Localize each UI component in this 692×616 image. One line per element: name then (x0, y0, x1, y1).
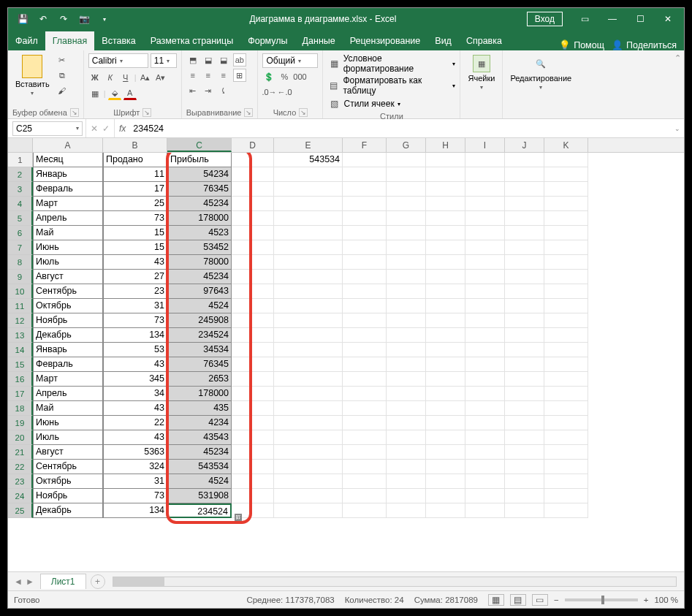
percent-format-icon[interactable]: % (278, 70, 291, 83)
col-header-A[interactable]: A (33, 138, 103, 152)
cells-button[interactable]: ▦ Ячейки ▾ (465, 53, 498, 92)
cell-F24[interactable] (343, 489, 387, 503)
cell-D8[interactable] (232, 255, 274, 270)
cell-F1[interactable] (343, 153, 387, 167)
editing-button[interactable]: 🔍 Редактирование ▾ (507, 53, 574, 92)
cell-C14[interactable]: 34534 (167, 343, 232, 357)
format-as-table-button[interactable]: ▤Форматировать как таблицу ▾ (327, 75, 455, 96)
font-size-combo[interactable]: 11▾ (151, 53, 177, 68)
cell-B19[interactable]: 22 (103, 416, 167, 430)
cell-D13[interactable] (232, 328, 274, 343)
cell-A17[interactable]: Апрель (33, 387, 103, 401)
tab-разметка страницы[interactable]: Разметка страницы (143, 31, 240, 50)
cell-F7[interactable] (343, 240, 387, 255)
cell-K13[interactable] (544, 328, 588, 343)
cell-C13[interactable]: 234524 (167, 328, 232, 343)
dialog-launcher-icon[interactable]: ↘ (70, 108, 79, 117)
cell-I3[interactable] (465, 182, 505, 197)
cell-F16[interactable] (343, 372, 387, 387)
cell-F19[interactable] (343, 416, 387, 430)
cell-H11[interactable] (426, 299, 465, 313)
cell-B25[interactable]: 134 (103, 503, 167, 518)
col-header-J[interactable]: J (505, 138, 544, 152)
cell-I21[interactable] (465, 445, 505, 460)
cell-H3[interactable] (426, 182, 465, 197)
cell-I10[interactable] (465, 284, 505, 299)
format-painter-icon[interactable]: 🖌 (56, 84, 69, 97)
cell-E20[interactable] (274, 430, 343, 445)
cell-K2[interactable] (544, 167, 588, 182)
tab-рецензирование[interactable]: Рецензирование (343, 31, 428, 50)
cell-H25[interactable] (426, 503, 465, 518)
cell-G13[interactable] (387, 328, 426, 343)
cell-J14[interactable] (505, 343, 544, 357)
decrease-font-icon[interactable]: A▾ (154, 71, 167, 84)
cell-I22[interactable] (465, 460, 505, 474)
cell-G1[interactable] (387, 153, 426, 167)
cell-I7[interactable] (465, 240, 505, 255)
col-header-K[interactable]: K (544, 138, 588, 152)
cell-A22[interactable]: Сентябрь (33, 460, 103, 474)
cell-A24[interactable]: Ноябрь (33, 489, 103, 503)
cell-G22[interactable] (387, 460, 426, 474)
cell-G4[interactable] (387, 197, 426, 211)
cell-C19[interactable]: 4234 (167, 416, 232, 430)
cell-J7[interactable] (505, 240, 544, 255)
cell-F10[interactable] (343, 284, 387, 299)
row-header[interactable]: 13 (8, 328, 33, 343)
tab-вставка[interactable]: Вставка (94, 31, 142, 50)
cell-G16[interactable] (387, 372, 426, 387)
cancel-icon[interactable]: ✕ (91, 123, 98, 134)
cell-H21[interactable] (426, 445, 465, 460)
cell-J20[interactable] (505, 430, 544, 445)
formula-input[interactable]: 234524 (130, 123, 671, 134)
cell-J11[interactable] (505, 299, 544, 313)
cell-D2[interactable] (232, 167, 274, 182)
cell-B1[interactable]: Продано (103, 153, 167, 167)
cell-E3[interactable] (274, 182, 343, 197)
align-bottom-icon[interactable]: ⬓ (217, 53, 230, 66)
cell-A18[interactable]: Май (33, 401, 103, 416)
cell-K10[interactable] (544, 284, 588, 299)
cell-H20[interactable] (426, 430, 465, 445)
cell-A21[interactable]: Август (33, 445, 103, 460)
cell-A2[interactable]: Январь (33, 167, 103, 182)
cell-K22[interactable] (544, 460, 588, 474)
maximize-icon[interactable]: ☐ (627, 8, 653, 30)
cell-I14[interactable] (465, 343, 505, 357)
cell-H17[interactable] (426, 387, 465, 401)
tab-вид[interactable]: Вид (427, 31, 459, 50)
cell-C10[interactable]: 97643 (167, 284, 232, 299)
cell-G9[interactable] (387, 270, 426, 284)
cell-C12[interactable]: 245908 (167, 313, 232, 328)
cell-H8[interactable] (426, 255, 465, 270)
cell-I20[interactable] (465, 430, 505, 445)
cell-J12[interactable] (505, 313, 544, 328)
cell-F4[interactable] (343, 197, 387, 211)
cell-G11[interactable] (387, 299, 426, 313)
cell-B2[interactable]: 11 (103, 167, 167, 182)
col-header-D[interactable]: D (232, 138, 274, 152)
expand-formula-bar-icon[interactable]: ⌄ (671, 125, 684, 132)
cell-D20[interactable] (232, 430, 274, 445)
cell-A3[interactable]: Февраль (33, 182, 103, 197)
cell-E2[interactable] (274, 167, 343, 182)
cell-K20[interactable] (544, 430, 588, 445)
cell-K17[interactable] (544, 387, 588, 401)
new-sheet-button[interactable]: + (91, 574, 105, 589)
cell-K9[interactable] (544, 270, 588, 284)
cell-E7[interactable] (274, 240, 343, 255)
copy-icon[interactable]: ⧉ (56, 69, 69, 82)
dialog-launcher-icon[interactable]: ↘ (299, 108, 308, 117)
cell-E24[interactable] (274, 489, 343, 503)
cell-K24[interactable] (544, 489, 588, 503)
row-header[interactable]: 18 (8, 401, 33, 416)
cell-G17[interactable] (387, 387, 426, 401)
row-header[interactable]: 7 (8, 240, 33, 255)
align-center-icon[interactable]: ≡ (202, 69, 215, 82)
cell-G12[interactable] (387, 313, 426, 328)
col-header-B[interactable]: B (103, 138, 167, 152)
row-header[interactable]: 2 (8, 167, 33, 182)
autofill-options-icon[interactable]: ⊞ (235, 514, 242, 521)
cell-F20[interactable] (343, 430, 387, 445)
